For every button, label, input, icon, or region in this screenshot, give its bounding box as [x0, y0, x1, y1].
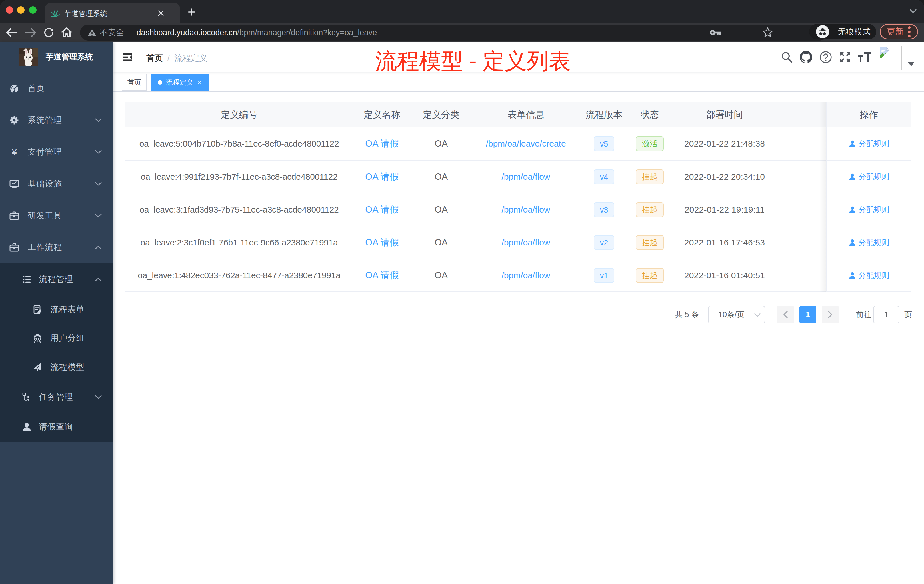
svg-text:¥: ¥: [12, 147, 17, 157]
